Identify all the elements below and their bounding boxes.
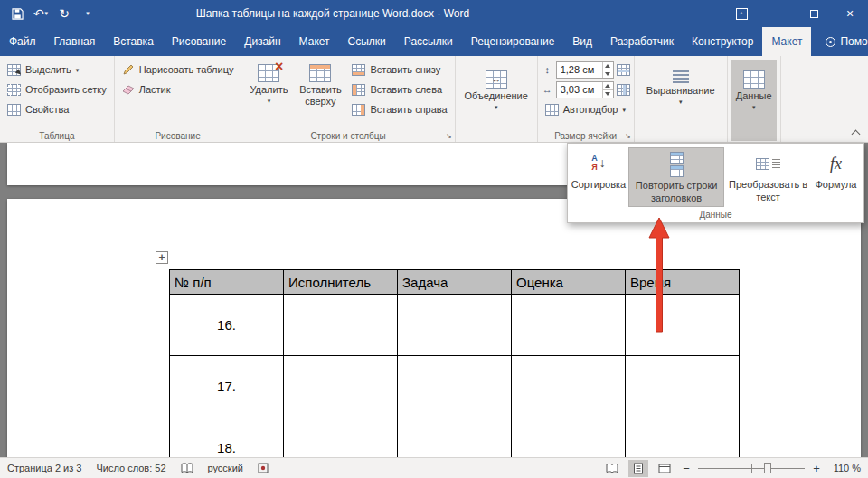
merge-button[interactable]: Объединение ▾ [459, 60, 533, 141]
tab-file[interactable]: Файл [0, 27, 45, 56]
table-cell[interactable] [512, 356, 626, 417]
insert-right-button[interactable]: Вставить справа [348, 99, 450, 119]
table-header-cell[interactable]: Оценка [512, 270, 626, 295]
print-layout-button[interactable] [628, 460, 648, 477]
col-width-value[interactable]: 3,03 см [557, 82, 602, 98]
zoom-slider[interactable] [698, 460, 805, 476]
quick-access-toolbar: ↶▾ ↻ ▾ [5, 0, 99, 27]
sort-button[interactable]: АЯ↓ Сортировка [571, 147, 626, 207]
macro-record-icon[interactable] [258, 463, 269, 473]
tab-help-label: Помощн [840, 35, 868, 48]
draw-table-button[interactable]: Нарисовать таблицу [118, 60, 238, 80]
view-gridlines-button[interactable]: Отобразить сетку [4, 80, 110, 99]
row-height-field[interactable]: 1,28 см [556, 61, 614, 79]
select-button[interactable]: Выделить ▾ [4, 60, 110, 80]
table-header-cell[interactable]: Задача [398, 270, 512, 295]
convert-to-text-button[interactable]: Преобразовать в текст [727, 147, 809, 207]
redo-button[interactable]: ↻ [52, 0, 76, 27]
eraser-button[interactable]: Ластик [118, 80, 238, 99]
zoom-level[interactable]: 110 % [828, 463, 861, 473]
tab-home[interactable]: Главная [45, 27, 105, 56]
table-cell[interactable] [398, 295, 512, 356]
formula-button[interactable]: fx Формула [812, 147, 860, 207]
maximize-button[interactable] [796, 0, 832, 27]
dialog-launcher-icon[interactable]: ↘ [625, 133, 631, 140]
table-cell-number[interactable]: 16. [170, 295, 284, 356]
stepper-up-icon[interactable] [603, 82, 613, 90]
alignment-button[interactable]: Выравнивание ▾ [638, 60, 723, 141]
table-cell[interactable] [398, 417, 512, 458]
undo-button[interactable]: ↶▾ [29, 0, 52, 27]
table-cell[interactable] [284, 356, 398, 417]
zoom-in-button[interactable]: + [811, 462, 822, 475]
stepper-down-icon[interactable] [603, 70, 613, 78]
tab-mailings[interactable]: Рассылки [395, 27, 462, 56]
stepper-down-icon[interactable] [603, 90, 613, 98]
proofing-icon[interactable] [181, 463, 193, 473]
insert-left-button[interactable]: Вставить слева [348, 80, 450, 99]
tab-developer[interactable]: Разработчик [601, 27, 683, 56]
ribbon-display-options-button[interactable]: ^ [723, 0, 760, 27]
zoom-slider-thumb[interactable] [764, 463, 771, 473]
table-cell[interactable] [626, 295, 740, 356]
zoom-out-button[interactable]: − [681, 462, 692, 475]
tab-table-layout[interactable]: Макет [762, 27, 811, 56]
tab-table-design[interactable]: Конструктор [683, 27, 762, 56]
word-count[interactable]: Число слов: 52 [96, 463, 165, 473]
table-move-handle-icon[interactable]: + [156, 251, 168, 264]
table-properties-button[interactable]: Свойства [4, 99, 110, 119]
convert-to-text-label: Преобразовать в текст [727, 179, 809, 204]
ribbon-group-table: Выделить ▾ Отобразить сетку Свойства Таб… [0, 56, 115, 142]
table-cell-number[interactable]: 18. [170, 417, 284, 458]
collapse-ribbon-icon [852, 130, 861, 139]
tab-draw[interactable]: Рисование [163, 27, 235, 56]
table-header-cell[interactable]: № п/п [170, 270, 284, 295]
save-button[interactable] [5, 0, 29, 27]
data-icon [743, 70, 765, 89]
tab-view[interactable]: Вид [563, 27, 601, 56]
delete-button[interactable]: Удалить ▾ [245, 60, 292, 130]
stepper-up-icon[interactable] [603, 62, 613, 70]
row-height-value[interactable]: 1,28 см [557, 62, 602, 78]
collapse-ribbon-button[interactable] [853, 131, 859, 137]
properties-label: Свойства [25, 104, 69, 115]
language-indicator[interactable]: русский [208, 463, 243, 473]
table-cell[interactable] [512, 295, 626, 356]
close-button[interactable]: × [832, 0, 868, 27]
alignment-icon [673, 70, 689, 83]
tab-layout[interactable]: Макет [290, 27, 339, 56]
table-cell[interactable] [398, 356, 512, 417]
alignment-label: Выравнивание [646, 85, 715, 97]
tab-design[interactable]: Дизайн [235, 27, 289, 56]
read-mode-button[interactable] [602, 460, 622, 477]
tab-help[interactable]: Помощн [816, 27, 868, 56]
tab-references[interactable]: Ссылки [339, 27, 395, 56]
table-cell[interactable] [626, 356, 740, 417]
distribute-columns-icon[interactable] [617, 84, 630, 96]
dialog-launcher-icon[interactable]: ↘ [446, 133, 452, 140]
table-cell[interactable] [626, 417, 740, 458]
distribute-rows-icon[interactable] [617, 64, 630, 76]
insert-above-button[interactable]: Вставить сверху [294, 60, 346, 130]
table-cell-number[interactable]: 17. [170, 356, 284, 417]
col-width-stepper[interactable] [602, 82, 613, 98]
tab-review[interactable]: Рецензирование [462, 27, 564, 56]
table-cell[interactable] [284, 417, 398, 458]
tab-insert[interactable]: Вставка [104, 27, 163, 56]
web-layout-button[interactable] [655, 460, 675, 477]
row-height-stepper[interactable] [602, 62, 613, 78]
table-cell[interactable] [284, 295, 398, 356]
insert-below-button[interactable]: Вставить снизу [348, 60, 450, 80]
table-cell[interactable] [512, 417, 626, 458]
delete-label: Удалить [250, 84, 288, 96]
customize-qat-button[interactable]: ▾ [76, 0, 99, 27]
minimize-button[interactable] [760, 0, 796, 27]
autofit-button[interactable]: Автоподбор ▾ [542, 99, 630, 119]
sort-icon: АЯ↓ [591, 155, 606, 173]
data-button[interactable]: Данные ▾ [731, 60, 777, 141]
repeat-header-rows-button[interactable]: Повторить строки заголовков [628, 147, 724, 207]
page-indicator[interactable]: Страница 2 из 3 [7, 463, 81, 473]
table-header-cell[interactable]: Время [626, 270, 740, 295]
col-width-field[interactable]: 3,03 см [556, 81, 614, 98]
table-header-cell[interactable]: Исполнитель [284, 270, 398, 295]
